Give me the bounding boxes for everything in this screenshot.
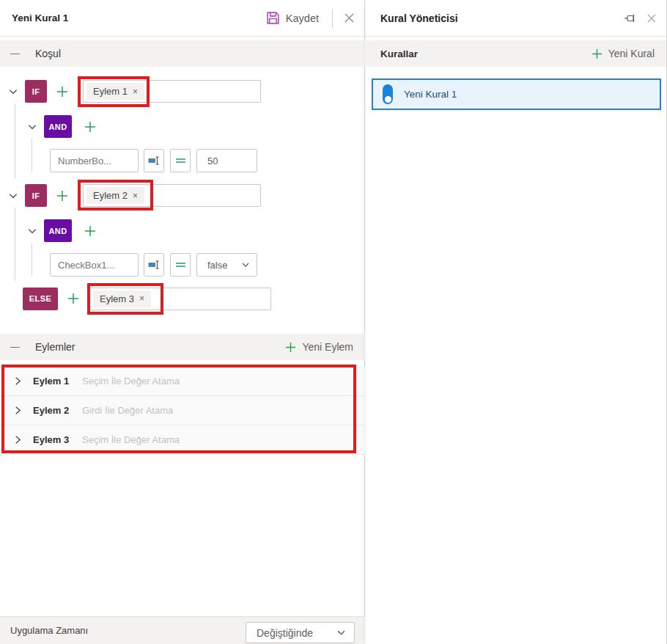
condition-section-title: Koşul xyxy=(35,48,61,59)
condition-row-1: NumberBo... 50 xyxy=(50,149,257,172)
rule-manager-panel: Kural Yöneticisi Kurallar Yeni Ku xyxy=(366,0,667,644)
if-badge: IF xyxy=(25,184,47,207)
pin-icon xyxy=(624,12,637,24)
chevron-right-icon xyxy=(13,435,23,444)
new-rule-button[interactable]: Yeni Kural xyxy=(591,48,655,60)
action-chip: Eylem 1 × xyxy=(86,83,144,100)
tree-line xyxy=(32,139,32,172)
header-divider xyxy=(332,9,333,28)
pin-panel-button[interactable] xyxy=(624,12,637,24)
chevron-down-icon[interactable] xyxy=(23,222,41,240)
field-selector[interactable]: NumberBo... xyxy=(50,149,139,172)
add-subcondition-button[interactable] xyxy=(82,223,98,239)
chevron-right-icon xyxy=(13,406,23,415)
apply-time-dropdown[interactable]: Değiştiğinde xyxy=(246,622,355,643)
chip-remove-icon[interactable]: × xyxy=(139,294,144,303)
save-icon xyxy=(266,11,280,25)
value-input[interactable]: 50 xyxy=(196,149,257,172)
rules-list-bar: Kurallar Yeni Kural xyxy=(366,40,666,67)
action-chip: Eylem 3 × xyxy=(93,290,151,307)
tree-line xyxy=(15,103,15,178)
close-panel-button[interactable] xyxy=(647,14,656,23)
close-editor-button[interactable] xyxy=(344,13,354,23)
if1-actions-input[interactable]: Eylem 1 × xyxy=(83,80,261,103)
operator-equals-button[interactable] xyxy=(170,253,191,277)
edit-field-button[interactable] xyxy=(144,149,164,172)
and-row-1: AND xyxy=(23,115,98,138)
editor-footer: Uygulama Zamanı Değiştiğinde xyxy=(0,616,365,644)
actions-section-title: Eylemler xyxy=(35,341,75,353)
tree-line xyxy=(32,243,32,276)
close-icon xyxy=(344,13,354,23)
plus-icon xyxy=(84,120,97,133)
rule-list-item-selected[interactable]: Yeni Kural 1 xyxy=(372,78,661,110)
apply-time-label: Uygulama Zamanı xyxy=(10,625,88,636)
collapse-actions-button[interactable] xyxy=(10,341,22,353)
value-dropdown[interactable]: false xyxy=(196,253,257,277)
chip-remove-icon[interactable]: × xyxy=(133,191,138,200)
condition-section-bar: Koşul xyxy=(0,40,365,67)
add-condition-button[interactable] xyxy=(54,188,70,204)
collapse-icon xyxy=(10,347,20,348)
and-badge: AND xyxy=(44,219,72,242)
action-row-2[interactable]: Eylem 2 Girdi İle Değer Atama xyxy=(0,396,365,425)
save-button-label: Kaydet xyxy=(286,12,319,24)
plus-icon xyxy=(56,189,69,202)
rename-field-icon xyxy=(148,259,160,271)
equals-icon xyxy=(175,157,186,164)
action-name: Eylem 3 xyxy=(33,434,73,445)
plus-icon xyxy=(84,224,97,238)
new-action-label: Yeni Eylem xyxy=(302,341,353,353)
apply-time-value: Değiştiğinde xyxy=(257,627,313,639)
add-condition-button[interactable] xyxy=(65,290,81,307)
new-action-button[interactable]: Yeni Eylem xyxy=(284,341,353,354)
equals-icon xyxy=(175,261,186,268)
operator-equals-button[interactable] xyxy=(170,149,191,172)
action-type: Girdi İle Değer Atama xyxy=(82,405,173,416)
chevron-down-icon xyxy=(242,263,249,267)
else-row: ELSE Eylem 3 × xyxy=(23,287,271,310)
plus-icon xyxy=(67,292,80,305)
if2-actions-input[interactable]: Eylem 2 × xyxy=(83,184,261,207)
if-row-1: IF Eylem 1 × xyxy=(4,80,261,103)
toggle-rule-icon xyxy=(383,84,393,104)
else-actions-input[interactable]: Eylem 3 × xyxy=(89,288,271,310)
close-icon xyxy=(647,14,656,23)
action-row-1[interactable]: Eylem 1 Seçim İle Değer Atama xyxy=(0,367,365,396)
action-type: Seçim İle Değer Atama xyxy=(82,376,180,387)
field-selector[interactable]: CheckBox1... xyxy=(50,253,139,277)
if-row-2: IF Eylem 2 × xyxy=(4,184,261,207)
action-type: Seçim İle Değer Atama xyxy=(82,434,180,445)
chevron-down-icon[interactable] xyxy=(4,187,22,205)
and-row-2: AND xyxy=(23,219,98,242)
chevron-down-icon[interactable] xyxy=(23,118,41,136)
and-badge: AND xyxy=(44,115,72,138)
rule-manager-title: Kural Yöneticisi xyxy=(380,12,458,24)
rule-editor-header: Yeni Kural 1 Kaydet xyxy=(0,0,364,37)
rules-list-title: Kurallar xyxy=(380,48,418,59)
chip-remove-icon[interactable]: × xyxy=(133,87,138,96)
plus-icon xyxy=(591,48,603,60)
actions-list: Eylem 1 Seçim İle Değer Atama Eylem 2 Gi… xyxy=(0,367,365,455)
tree-line xyxy=(15,208,15,281)
chevron-down-icon[interactable] xyxy=(4,83,22,100)
chip-label: Eylem 3 xyxy=(100,293,134,304)
rule-editor-panel: Yeni Kural 1 Kaydet Koşul xyxy=(0,0,365,644)
rule-manager-header: Kural Yöneticisi xyxy=(366,0,666,37)
rule-item-label: Yeni Kural 1 xyxy=(404,89,457,100)
collapse-condition-button[interactable] xyxy=(10,48,22,59)
chevron-right-icon xyxy=(13,376,23,386)
action-row-3[interactable]: Eylem 3 Seçim İle Değer Atama xyxy=(0,425,365,455)
save-button[interactable]: Kaydet xyxy=(266,11,319,25)
chip-label: Eylem 2 xyxy=(93,190,128,201)
app-root: Yeni Kural 1 Kaydet Koşul xyxy=(0,0,667,644)
rule-title: Yeni Kural 1 xyxy=(12,12,68,23)
plus-icon xyxy=(284,341,297,354)
else-badge: ELSE xyxy=(23,288,58,310)
add-condition-button[interactable] xyxy=(54,84,70,100)
add-subcondition-button[interactable] xyxy=(82,119,98,135)
chip-label: Eylem 1 xyxy=(93,86,128,97)
action-chip: Eylem 2 × xyxy=(86,187,144,204)
edit-field-button[interactable] xyxy=(144,253,164,277)
action-name: Eylem 2 xyxy=(33,405,73,416)
